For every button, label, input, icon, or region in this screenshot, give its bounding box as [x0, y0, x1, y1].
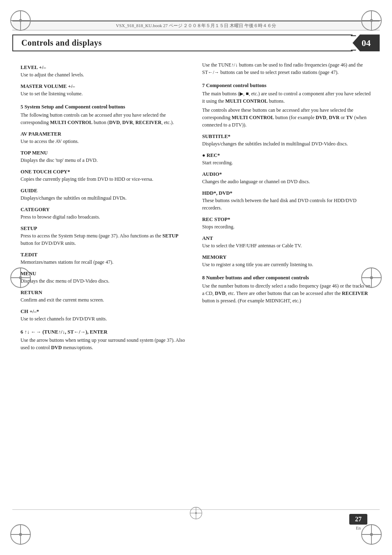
- svg-point-15: [370, 533, 373, 536]
- item-desc-rec: Start recording.: [202, 159, 371, 166]
- item-desc-rec-stop: Stops recording.: [202, 223, 371, 230]
- section-heading-section7: 7 Component control buttons: [202, 83, 371, 89]
- chapter-number: 04: [362, 38, 371, 48]
- corner-bl-decoration: [8, 522, 33, 547]
- content-item-hdd-dvd: HDD*, DVD*These buttons switch between t…: [202, 190, 371, 212]
- item-desc-top-menu: Displays the disc 'top' menu of a DVD.: [21, 157, 190, 164]
- section-heading-section8: 8 Number buttons and other component con…: [202, 275, 371, 281]
- svg-point-11: [19, 533, 22, 536]
- item-desc-subtitle: Displays/changes the subtitles included …: [202, 140, 371, 147]
- content-item-memory: MEMORYUse to register a song title you a…: [202, 254, 371, 268]
- item-desc-master-volume: Use to set the listening volume.: [21, 90, 190, 97]
- corner-midright-decoration: [359, 265, 384, 290]
- content-item-setup: SETUPPress to access the System Setup me…: [21, 226, 190, 247]
- item-label-setup: SETUP: [21, 226, 190, 232]
- item-label-av-parameter: AV PARAMETER: [21, 131, 190, 137]
- corner-midleft-decoration: [8, 265, 33, 290]
- item-desc-menu: Displays the disc menu of DVD-Video disc…: [21, 277, 190, 285]
- content-item-av-parameter: AV PARAMETERUse to access the AV options…: [21, 131, 190, 145]
- svg-point-27: [195, 512, 197, 514]
- content-item-tedit: T.EDITMemorizes/names stations for recal…: [21, 252, 190, 266]
- content-item-tune-desc: Use the TUNE↑/↓ buttons can be used to f…: [202, 61, 371, 76]
- item-desc-category: Press to browse digital radio broadcasts…: [21, 213, 190, 221]
- right-column: Use the TUNE↑/↓ buttons can be used to f…: [202, 60, 371, 353]
- item-label-ant: ANT: [202, 235, 371, 242]
- content-item-level: LEVEL +/–Use to adjust the channel level…: [21, 64, 190, 78]
- section-desc-section8: Use the number buttons to directly selec…: [202, 282, 371, 304]
- content-item-section5: 5 System Setup and Component control but…: [21, 104, 190, 126]
- footer: 27 En: [349, 514, 367, 530]
- item-label-level: LEVEL +/–: [21, 64, 190, 71]
- section-desc-section5: The following button controls can be acc…: [21, 111, 190, 126]
- item-desc-guide: Displays/changes the subtitles on multil…: [21, 194, 190, 202]
- corner-tl-decoration: [8, 8, 33, 33]
- bottom-center-decoration: [189, 506, 203, 522]
- section-heading-section6: 6 ↑↓ ←→ (TUNE↑/↓, ST←/→), ENTER: [21, 329, 190, 335]
- item-label-tedit: T.EDIT: [21, 252, 190, 258]
- item-desc-hdd-dvd: These buttons switch between the hard di…: [202, 197, 371, 212]
- item-desc-memory: Use to register a song title you are cur…: [202, 261, 371, 268]
- content-item-rec: ● REC*Start recording.: [202, 152, 371, 166]
- content-item-master-volume: MASTER VOLUME +/–Use to set the listenin…: [21, 83, 190, 97]
- corner-tr-decoration: [359, 8, 384, 33]
- item-label-menu: MENU: [21, 271, 190, 277]
- item-label-return: RETURN: [21, 290, 190, 296]
- content-item-return: RETURNConfirm and exit the current menu …: [21, 290, 190, 304]
- svg-point-19: [19, 276, 22, 279]
- item-label-master-volume: MASTER VOLUME +/–: [21, 83, 190, 90]
- item-desc-one-touch-copy: Copies the currently playing title from …: [21, 175, 190, 183]
- item-desc-tedit: Memorizes/names stations for recall (pag…: [21, 258, 190, 266]
- item-label-subtitle: SUBTITLE*: [202, 134, 371, 140]
- item-desc-av-parameter: Use to access the AV options.: [21, 138, 190, 145]
- file-info-bar: VSX_918_818_KU.book 27 ページ ２００８年５月１５日 木曜…: [12, 21, 380, 30]
- chapter-header: Controls and displays 04: [12, 35, 380, 51]
- item-label-rec: ● REC*: [202, 152, 371, 159]
- content-item-section6: 6 ↑↓ ←→ (TUNE↑/↓, ST←/→), ENTERUse the a…: [21, 329, 190, 351]
- item-label-top-menu: TOP MENU: [21, 150, 190, 156]
- content-item-subtitle: SUBTITLE*Displays/changes the subtitles …: [202, 134, 371, 147]
- item-desc-ch: Use to select channels for DVD/DVR units…: [21, 315, 190, 322]
- item-desc-audio: Changes the audio language or channel on…: [202, 178, 371, 185]
- item-label-audio: AUDIO*: [202, 171, 371, 177]
- content-item-audio: AUDIO*Changes the audio language or chan…: [202, 171, 371, 185]
- page-number: 27: [349, 514, 367, 525]
- section-desc-section7: The main buttons (▶, ■, etc.) are used t…: [202, 90, 371, 105]
- content-item-guide: GUIDEDisplays/changes the subtitles on m…: [21, 188, 190, 202]
- content-item-component-desc2: The controls above these buttons can be …: [202, 106, 371, 129]
- file-info-text: VSX_918_818_KU.book 27 ページ ２００８年５月１５日 木曜…: [116, 23, 276, 28]
- content-item-section8: 8 Number buttons and other component con…: [202, 275, 371, 304]
- section-desc-section6: Use the arrow buttons when setting up yo…: [21, 336, 190, 351]
- content-item-menu: MENUDisplays the disc menu of DVD-Video …: [21, 271, 190, 285]
- item-desc-component-desc2: The controls above these buttons can be …: [202, 106, 371, 129]
- item-desc-setup: Press to access the System Setup menu (p…: [21, 232, 190, 247]
- svg-point-7: [370, 19, 373, 22]
- item-desc-ant: Use to select the VHF/UHF antennas or Ca…: [202, 242, 371, 249]
- item-label-hdd-dvd: HDD*, DVD*: [202, 190, 371, 196]
- item-desc-level: Use to adjust the channel levels.: [21, 71, 190, 78]
- item-label-memory: MEMORY: [202, 254, 371, 260]
- item-label-ch: CH +/–*: [21, 309, 190, 315]
- footer-lang: En: [356, 525, 361, 530]
- content-item-rec-stop: REC STOP*Stops recording.: [202, 216, 371, 230]
- svg-point-23: [370, 276, 373, 279]
- content-item-top-menu: TOP MENUDisplays the disc 'top' menu of …: [21, 150, 190, 164]
- page: VSX_918_818_KU.book 27 ページ ２００８年５月１５日 木曜…: [0, 0, 392, 555]
- item-label-category: CATEGORY: [21, 207, 190, 213]
- item-label-one-touch-copy: ONE TOUCH COPY*: [21, 169, 190, 175]
- content-item-ant: ANTUse to select the VHF/UHF antennas or…: [202, 235, 371, 249]
- content-item-section7: 7 Component control buttonsThe main butt…: [202, 83, 371, 105]
- item-label-guide: GUIDE: [21, 188, 190, 194]
- content-item-ch: CH +/–*Use to select channels for DVD/DV…: [21, 309, 190, 322]
- item-desc-tune-desc: Use the TUNE↑/↓ buttons can be used to f…: [202, 61, 371, 76]
- item-label-rec-stop: REC STOP*: [202, 216, 371, 223]
- chapter-title: Controls and displays: [21, 38, 102, 48]
- left-column: LEVEL +/–Use to adjust the channel level…: [21, 60, 190, 353]
- svg-point-3: [19, 19, 22, 22]
- section-heading-section5: 5 System Setup and Component control but…: [21, 104, 190, 110]
- content-item-category: CATEGORYPress to browse digital radio br…: [21, 207, 190, 221]
- content-item-one-touch-copy: ONE TOUCH COPY*Copies the currently play…: [21, 169, 190, 183]
- content-area: LEVEL +/–Use to adjust the channel level…: [21, 60, 371, 353]
- item-desc-return: Confirm and exit the current menu screen…: [21, 296, 190, 304]
